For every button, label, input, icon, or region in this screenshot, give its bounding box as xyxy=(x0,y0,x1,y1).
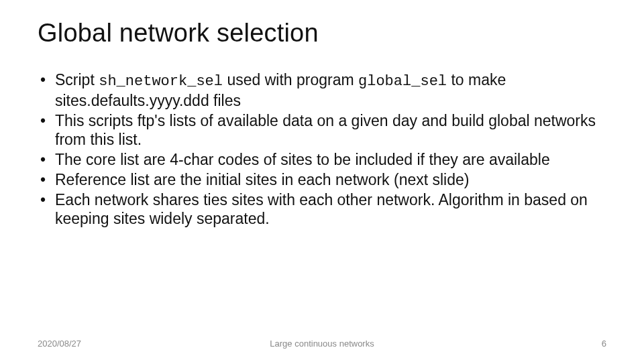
footer-date: 2020/08/27 xyxy=(38,339,81,349)
bullet-item: Reference list are the initial sites in … xyxy=(38,170,606,189)
bullet-item: The core list are 4-char codes of sites … xyxy=(38,150,606,169)
bullet-text: Reference list are the initial sites in … xyxy=(55,171,469,188)
bullet-text: used with program xyxy=(223,71,358,88)
slide-footer: 2020/08/27 Large continuous networks 6 xyxy=(0,339,644,349)
bullet-item: Each network shares ties sites with each… xyxy=(38,190,606,228)
bullet-text: Each network shares ties sites with each… xyxy=(55,191,588,227)
bullet-item: This scripts ftp's lists of available da… xyxy=(38,111,606,149)
slide: Global network selection Script sh_netwo… xyxy=(0,0,644,362)
bullet-text: The core list are 4-char codes of sites … xyxy=(55,151,550,168)
slide-content: Script sh_network_sel used with program … xyxy=(38,70,606,228)
bullet-list: Script sh_network_sel used with program … xyxy=(38,70,606,228)
bullet-item: Script sh_network_sel used with program … xyxy=(38,70,606,110)
slide-title: Global network selection xyxy=(38,19,606,48)
bullet-text: This scripts ftp's lists of available da… xyxy=(55,112,596,148)
bullet-text: Script xyxy=(55,71,99,88)
code-span: global_sel xyxy=(358,73,447,90)
code-span: sh_network_sel xyxy=(99,73,223,90)
footer-title: Large continuous networks xyxy=(0,339,644,349)
footer-page-number: 6 xyxy=(602,339,606,349)
